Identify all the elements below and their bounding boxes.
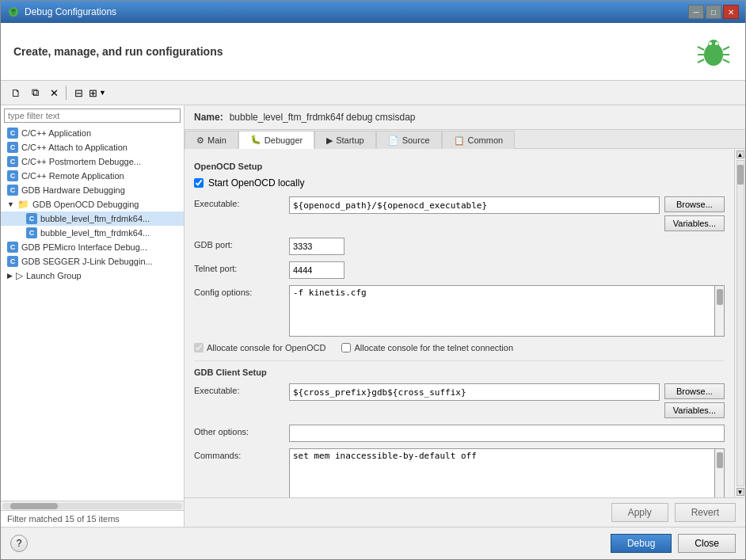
apply-button[interactable]: Apply <box>611 503 668 522</box>
telnet-port-input[interactable] <box>289 261 344 279</box>
commands-scrollbar[interactable] <box>715 448 725 497</box>
openocd-executable-input[interactable] <box>289 196 660 214</box>
sidebar-item-cpp-postmortem[interactable]: C C/C++ Postmortem Debugge... <box>1 154 184 169</box>
scroll-down-arrow[interactable]: ▼ <box>736 488 744 496</box>
common-tab-label: Common <box>468 135 504 145</box>
cpp-app-label: C/C++ Application <box>21 128 91 138</box>
sidebar-item-cpp-app[interactable]: C C/C++ Application <box>1 126 184 140</box>
sidebar-item-gdb-hardware[interactable]: C GDB Hardware Debugging <box>1 183 184 197</box>
cpp-postmortem-label: C/C++ Postmortem Debugge... <box>21 157 141 166</box>
other-options-input[interactable] <box>289 425 725 442</box>
commands-row: Commands: <box>194 448 725 497</box>
segger-label: GDB SEGGER J-Link Debuggin... <box>21 257 153 266</box>
sidebar-item-gdb-openocd[interactable]: ▼ 📁 GDB OpenOCD Debugging <box>1 197 184 211</box>
cpp-remote-label: C/C++ Remote Application <box>21 171 124 181</box>
close-button[interactable]: ✕ <box>723 5 739 19</box>
new-config-button[interactable]: 🗋 <box>7 84 25 101</box>
bubble2-label: bubble_level_ftm_frdmk64... <box>40 228 150 238</box>
other-options-row: Other options: <box>194 425 725 442</box>
scroll-up-arrow[interactable]: ▲ <box>736 150 744 158</box>
openocd-executable-btn-group: Browse... Variables... <box>664 196 725 231</box>
name-value: bubble_level_ftm_frdmk64f debug cmsisdap <box>230 112 416 123</box>
filter-status: Filter matched 15 of 15 items <box>7 514 120 524</box>
openocd-executable-row: Executable: Browse... Variables... <box>194 196 725 231</box>
config-options-textarea-container <box>289 285 725 337</box>
expand-arrow: ▼ <box>99 89 106 97</box>
gdb-executable-row: Executable: Browse... Variables... <box>194 383 725 418</box>
tab-startup[interactable]: ▶ Startup <box>314 131 375 149</box>
commands-textarea-container <box>289 448 725 497</box>
allocate-openocd-label: Allocate console for OpenOCD <box>207 343 325 352</box>
gdb-openocd-label: GDB OpenOCD Debugging <box>32 200 139 209</box>
bug-icon <box>695 32 733 70</box>
sidebar-item-bubble2[interactable]: C bubble_level_ftm_frdmk64... <box>1 226 184 240</box>
sidebar-item-gdb-pemicro[interactable]: C GDB PEMicro Interface Debug... <box>1 240 184 254</box>
copy-config-button[interactable]: ⧉ <box>26 84 44 101</box>
config-scroll-area: OpenOCD Setup Start OpenOCD locally Exec… <box>185 149 745 497</box>
tab-common[interactable]: 📋 Common <box>442 131 516 149</box>
gdb-port-input[interactable] <box>289 238 344 255</box>
allocate-telnet-checkbox[interactable] <box>341 343 351 352</box>
bubble2-icon: C <box>26 227 37 238</box>
header-title: Create, manage, and run configurations <box>13 45 223 58</box>
allocate-row: Allocate console for OpenOCD Allocate co… <box>194 343 725 352</box>
copy-icon: ⧉ <box>32 86 39 99</box>
openocd-browse-button[interactable]: Browse... <box>664 196 725 212</box>
maximize-button[interactable]: □ <box>706 5 721 19</box>
name-label: Name: <box>194 112 223 123</box>
gdb-variables-button[interactable]: Variables... <box>664 402 725 418</box>
openocd-expand-icon: ▼ <box>7 200 14 208</box>
sidebar-scrollbar-horizontal[interactable] <box>1 501 184 510</box>
openocd-variables-button[interactable]: Variables... <box>664 215 725 231</box>
launch-group-label: Launch Group <box>26 271 82 280</box>
config-options-textarea[interactable] <box>289 285 715 337</box>
scrollbar-thumb[interactable] <box>10 503 58 509</box>
sidebar-item-launch-group[interactable]: ▶ ▷ Launch Group <box>1 269 184 283</box>
collapse-icon: ⊟ <box>74 87 83 99</box>
gdb-executable-label: Executable: <box>194 383 289 395</box>
commands-textarea[interactable] <box>289 448 715 497</box>
sidebar: C C/C++ Application C C/C++ Attach to Ap… <box>1 105 185 527</box>
delete-config-button[interactable]: ✕ <box>45 84 63 101</box>
revert-button[interactable]: Revert <box>675 503 736 522</box>
tab-main[interactable]: ⚙ Main <box>185 131 238 149</box>
expand-button[interactable]: ⊞ ▼ <box>89 84 106 101</box>
sidebar-item-cpp-attach[interactable]: C C/C++ Attach to Application <box>1 140 184 154</box>
debugger-tab-icon: 🐛 <box>250 135 261 145</box>
gdb-client-section-header: GDB Client Setup <box>194 368 725 377</box>
debug-button[interactable]: Debug <box>611 534 672 553</box>
help-button[interactable]: ? <box>10 535 28 552</box>
title-bar-controls: ─ □ ✕ <box>688 5 739 19</box>
telnet-port-label: Telnet port: <box>194 261 289 273</box>
start-openocd-checkbox[interactable] <box>194 178 204 188</box>
allocate-openocd-checkbox[interactable] <box>194 343 204 352</box>
svg-point-12 <box>709 42 712 45</box>
source-tab-icon: 📄 <box>388 135 399 146</box>
sidebar-item-gdb-segger[interactable]: C GDB SEGGER J-Link Debuggin... <box>1 254 184 269</box>
svg-point-5 <box>708 40 719 51</box>
tab-debugger[interactable]: 🐛 Debugger <box>238 131 314 149</box>
bubble1-label: bubble_level_ftm_frdmk64... <box>40 214 150 223</box>
startup-tab-label: Startup <box>336 135 363 145</box>
tab-source[interactable]: 📄 Source <box>376 131 442 149</box>
scroll-track[interactable] <box>736 160 744 486</box>
close-dialog-button[interactable]: Close <box>678 534 736 553</box>
cpp-remote-icon: C <box>7 170 18 181</box>
launch-expand-icon: ▶ <box>7 272 13 280</box>
collapse-button[interactable]: ⊟ <box>70 84 87 101</box>
expand-icon: ⊞ <box>89 87 97 99</box>
gdb-port-label: GDB port: <box>194 238 289 250</box>
gdb-executable-input[interactable] <box>289 383 660 401</box>
pemicro-label: GDB PEMicro Interface Debug... <box>21 242 147 252</box>
sidebar-footer: Filter matched 15 of 15 items <box>1 510 184 527</box>
toolbar-separator <box>66 86 67 100</box>
sidebar-item-bubble1[interactable]: C bubble_level_ftm_frdmk64... <box>1 211 184 226</box>
gdb-browse-button[interactable]: Browse... <box>664 383 725 399</box>
filter-input[interactable] <box>4 109 181 123</box>
sidebar-item-cpp-remote[interactable]: C C/C++ Remote Application <box>1 169 184 183</box>
svg-line-9 <box>723 47 729 50</box>
minimize-button[interactable]: ─ <box>688 5 704 19</box>
config-options-scrollbar[interactable] <box>715 285 725 337</box>
config-scrollbar[interactable]: ▲ ▼ <box>734 149 745 497</box>
gdb-executable-btn-group: Browse... Variables... <box>664 383 725 418</box>
